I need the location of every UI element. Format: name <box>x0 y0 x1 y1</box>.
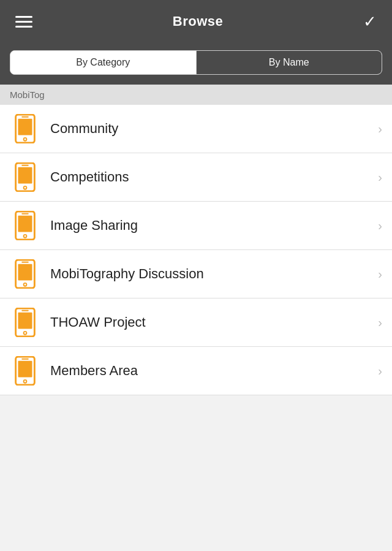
segment-container: By Category By Name <box>0 43 392 85</box>
section-label: MobiTog <box>10 89 45 100</box>
svg-rect-7 <box>21 165 29 166</box>
svg-point-14 <box>24 283 27 286</box>
item-label-image-sharing: Image Sharing <box>50 218 373 234</box>
page-title: Browse <box>173 13 223 29</box>
list-item-mobitography-discussion[interactable]: MobiTography Discussion › <box>0 250 392 298</box>
check-icon[interactable]: ✓ <box>360 9 380 34</box>
category-list: Community › Competitions › <box>0 105 392 395</box>
item-label-competitions: Competitions <box>50 169 373 185</box>
chevron-icon-community: › <box>378 122 382 136</box>
segment-by-name[interactable]: By Name <box>197 51 382 74</box>
svg-rect-23 <box>21 359 29 360</box>
section-header: MobiTog <box>0 85 392 105</box>
phone-icon-competitions <box>10 162 40 192</box>
svg-rect-1 <box>18 119 32 135</box>
svg-rect-9 <box>18 216 32 232</box>
svg-rect-15 <box>21 262 29 263</box>
app-header: Browse ✓ <box>0 0 392 43</box>
svg-rect-17 <box>18 313 32 329</box>
menu-button[interactable] <box>12 13 36 31</box>
svg-point-18 <box>24 332 27 335</box>
svg-rect-11 <box>21 213 29 215</box>
item-label-thoaw-project: THOAW Project <box>50 314 373 330</box>
chevron-icon-mobitography-discussion: › <box>378 267 382 281</box>
item-label-members-area: Members Area <box>50 363 373 379</box>
svg-point-22 <box>24 380 27 383</box>
svg-point-6 <box>24 186 27 189</box>
chevron-icon-competitions: › <box>378 170 382 184</box>
svg-rect-3 <box>21 116 29 118</box>
item-label-community: Community <box>50 121 373 137</box>
svg-rect-19 <box>21 310 29 311</box>
list-item-competitions[interactable]: Competitions › <box>0 153 392 202</box>
svg-rect-5 <box>18 167 32 184</box>
phone-icon-image-sharing <box>10 210 40 241</box>
phone-icon-members-area <box>10 355 40 386</box>
chevron-icon-image-sharing: › <box>378 219 382 233</box>
phone-icon-mobitography-discussion <box>10 259 40 289</box>
svg-rect-21 <box>18 361 32 378</box>
svg-point-10 <box>24 235 27 238</box>
phone-icon-community <box>10 113 40 144</box>
list-item-community[interactable]: Community › <box>0 105 392 153</box>
svg-rect-13 <box>18 264 32 281</box>
list-item-image-sharing[interactable]: Image Sharing › <box>0 202 392 250</box>
item-label-mobitography-discussion: MobiTography Discussion <box>50 266 373 282</box>
chevron-icon-thoaw-project: › <box>378 316 382 330</box>
chevron-icon-members-area: › <box>378 364 382 378</box>
segment-by-category[interactable]: By Category <box>10 51 196 74</box>
list-item-thoaw-project[interactable]: THOAW Project › <box>0 298 392 347</box>
list-item-members-area[interactable]: Members Area › <box>0 347 392 395</box>
segment-control: By Category By Name <box>10 50 382 75</box>
phone-icon-thoaw-project <box>10 307 40 338</box>
svg-point-2 <box>24 138 27 141</box>
